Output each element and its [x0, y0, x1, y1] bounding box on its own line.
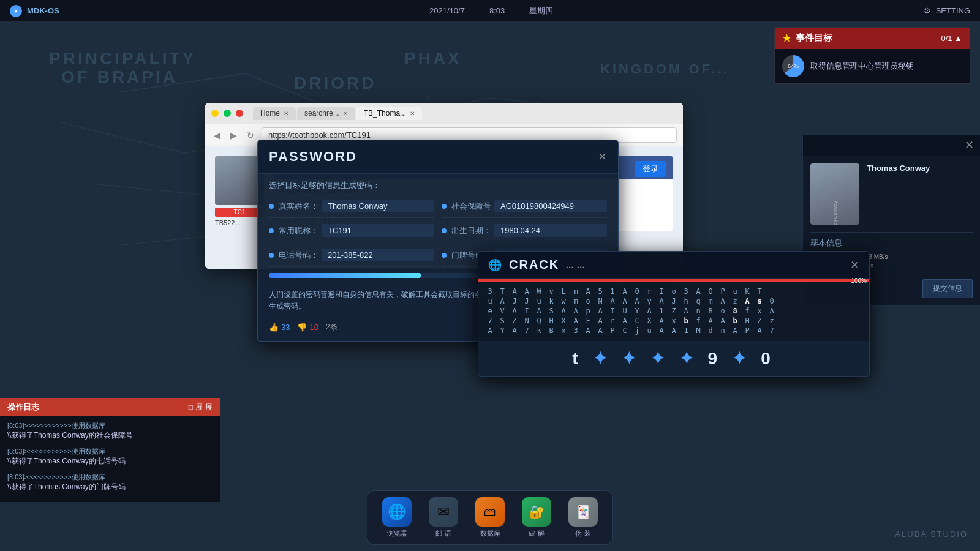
profile-display-name: Thomas Conway	[867, 163, 973, 173]
back-button[interactable]: ◀	[211, 129, 223, 141]
dot-nickname	[269, 228, 274, 233]
log-entry-3: [8:03]>>>>>>>>>>>>使用数据库 \\获得了Thomas Conw…	[7, 473, 213, 492]
disguise-dock-label: 伪 装	[575, 529, 590, 538]
gear-icon: ⚙	[924, 6, 931, 15]
event-description: 取得信息管理中心管理员秘钥	[810, 61, 914, 72]
taskbar-center: 2021/10/7 8:03 星期四	[429, 6, 553, 17]
label-phone: 电话号码：	[279, 250, 322, 261]
value-nickname: TC191	[322, 224, 434, 237]
log-line1-3: [8:03]>>>>>>>>>>>>使用数据库	[7, 473, 213, 482]
crack-dock-icon: 🔐	[522, 497, 551, 527]
password-dialog-close[interactable]: ✕	[598, 150, 607, 163]
profile-avatar	[215, 156, 264, 205]
log-line2-3: \\获得了Thomas Conway的门牌号码	[7, 482, 213, 492]
password-likes: 👍 33	[269, 323, 290, 332]
operation-log: 操作日志 □ 展展 [8:03]>>>>>>>>>>>>使用数据库 \\获得了T…	[0, 397, 221, 502]
close-button[interactable]	[236, 110, 243, 117]
password-dialog-title: PASSWORD	[269, 149, 357, 165]
crack-result-9: 9	[708, 349, 723, 369]
dock-item-browser[interactable]: 🌐 浏览器	[382, 497, 412, 538]
password-dialog-subtitle: 选择目标足够的信息生成密码：	[258, 174, 618, 195]
profile-section-title: 基本信息	[810, 232, 973, 249]
disguise-dock-icon: 🃏	[568, 497, 598, 527]
tab-search[interactable]: searchre... ✕	[297, 107, 355, 120]
dock-item-db[interactable]: 🗃 数据库	[475, 497, 505, 538]
dot-dob	[442, 228, 447, 233]
avatar-name-vertical: Thomas Conway	[832, 201, 838, 225]
dock-item-crack[interactable]: 🔐 破 解	[522, 497, 551, 538]
info-row-phone: 电话号码： 201-385-822	[269, 244, 434, 267]
right-panel-close-button[interactable]: ✕	[965, 138, 974, 152]
dock-item-mail[interactable]: ✉ 邮 语	[429, 497, 458, 538]
maximize-button[interactable]	[224, 110, 231, 117]
crack-dock-label: 破 解	[529, 529, 544, 538]
forward-button[interactable]: ▶	[228, 129, 239, 141]
crack-row-4: 7SZNQHXAFArACXAxbfAAbHZz	[484, 317, 863, 325]
right-panel-header: ✕	[803, 135, 980, 156]
op-log-expand-button[interactable]: □ 展展	[189, 402, 213, 413]
tab-search-close[interactable]: ✕	[343, 110, 348, 117]
browser-titlebar: Home ✕ searchre... ✕ TB_Thoma... ✕	[205, 103, 683, 124]
op-log-header: 操作日志 □ 展展	[0, 398, 220, 416]
tab-profile-close[interactable]: ✕	[410, 110, 415, 117]
dot-phone	[269, 253, 274, 258]
event-progress-circle: 64%	[782, 55, 804, 77]
password-dislikes: 👎 10	[297, 323, 318, 332]
mail-dock-label: 邮 语	[435, 529, 451, 538]
db-dock-label: 数据库	[480, 529, 500, 538]
label-dob: 出生日期：	[451, 225, 494, 236]
taskbar-weekday: 星期四	[529, 6, 553, 17]
profile-info-right: Thomas Conway	[867, 163, 973, 225]
browser-tabs: Home ✕ searchre... ✕ TB_Thoma... ✕	[253, 107, 677, 120]
dock-item-disguise[interactable]: 🃏 伪 装	[568, 497, 598, 538]
crack-result-star3: ✦	[650, 348, 669, 369]
crack-characters: 3TAAWvLmA51A0rIo3AOPuKT uAJJukwmoNAAAyAJ…	[478, 282, 869, 341]
op-log-body: [8:03]>>>>>>>>>>>>使用数据库 \\获得了Thomas Conw…	[0, 416, 220, 502]
password-dialog-header: PASSWORD ✕	[258, 140, 618, 174]
profile-card: Thomas Conway Thomas Conway	[810, 163, 973, 225]
minimize-button[interactable]	[211, 110, 219, 117]
star-icon: ★	[782, 32, 791, 44]
event-counter: 0/1 ▲	[941, 34, 962, 43]
login-button[interactable]: 登录	[635, 161, 666, 177]
op-log-title: 操作日志	[7, 402, 39, 413]
dock: 🌐 浏览器 ✉ 邮 语 🗃 数据库 🔐 破 解 🃏 伪 装	[367, 490, 613, 545]
globe-icon: 🌐	[488, 258, 503, 272]
mail-dock-icon: ✉	[429, 497, 458, 527]
value-phone: 201-385-822	[322, 249, 434, 261]
log-entry-1: [8:03]>>>>>>>>>>>>使用数据库 \\获得了Thomas Conw…	[7, 421, 213, 441]
crack-dialog-close[interactable]: ✕	[850, 258, 859, 272]
label-ssn: 社会保障号	[451, 201, 494, 212]
crack-dialog: 🌐 CRACK …… ✕ 100% 3TAAWvLmA51A0rIo3AOPuK…	[478, 251, 870, 377]
label-realname: 真实姓名：	[279, 201, 322, 212]
password-progress-fill	[269, 273, 421, 278]
crack-progress-bar: 100%	[478, 279, 869, 282]
crack-row-5: AYA7kBx3AAPCjuAA1MdnAPA7	[484, 326, 863, 335]
crack-progress-label: 100%	[851, 277, 867, 284]
info-row-ssn: 社会保障号 AG01019800424949	[442, 195, 607, 218]
log-line1-1: [8:03]>>>>>>>>>>>>使用数据库	[7, 421, 213, 430]
profile-badge: TC1	[215, 208, 264, 217]
event-panel-header: ★ 事件目标 0/1 ▲	[775, 28, 970, 49]
dot-ssn	[442, 204, 447, 209]
value-ssn: AG01019800424949	[494, 200, 607, 212]
crack-result: t ✦ ✦ ✦ ✦ 9 ✦ 0	[478, 341, 869, 376]
profile-big-avatar: Thomas Conway	[810, 163, 859, 225]
profile-id: TB522...	[215, 219, 264, 227]
taskbar-logo: ●	[10, 5, 22, 17]
log-line1-2: [8:03]>>>>>>>>>>>>使用数据库	[7, 447, 213, 456]
tab-home[interactable]: Home ✕	[253, 107, 296, 120]
log-entry-2: [8:03]>>>>>>>>>>>>使用数据库 \\获得了Thomas Conw…	[7, 447, 213, 467]
crack-result-star4: ✦	[679, 348, 698, 369]
crack-header: 🌐 CRACK …… ✕	[478, 252, 869, 279]
tab-home-close[interactable]: ✕	[284, 110, 288, 117]
crack-row-1: 3TAAWvLmA51A0rIo3AOPuKT	[484, 287, 863, 296]
tab-profile[interactable]: TB_Thoma... ✕	[356, 107, 422, 120]
crack-progress-fill: 100%	[478, 279, 869, 282]
refresh-button[interactable]: ↻	[244, 129, 257, 141]
submit-info-button[interactable]: 提交信息	[922, 279, 973, 298]
settings-button[interactable]: SETTING	[936, 6, 970, 15]
taskbar-right: ⚙ SETTING	[924, 6, 970, 15]
info-row-nickname: 常用昵称： TC191	[269, 219, 434, 242]
like-icon-dialog: 👍	[269, 323, 279, 332]
